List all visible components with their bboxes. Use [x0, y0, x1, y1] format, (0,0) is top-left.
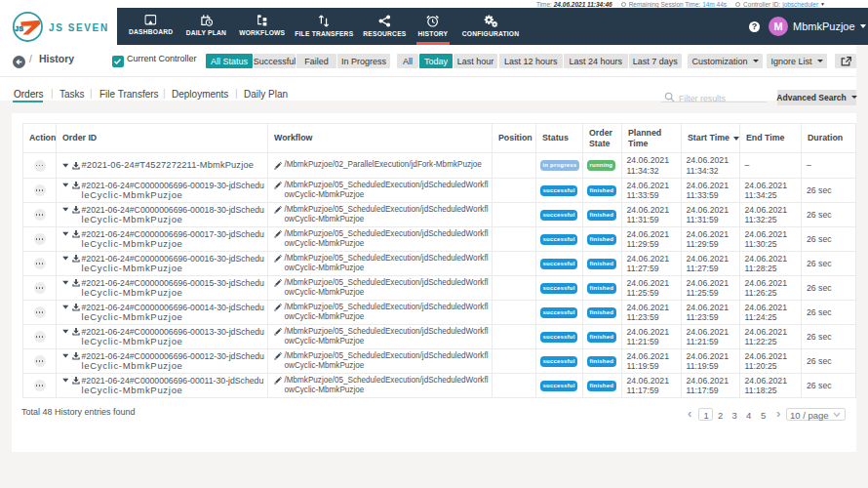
svg-text:JS: JS	[15, 25, 23, 32]
svg-text:JS SEVEN: JS SEVEN	[49, 22, 109, 33]
